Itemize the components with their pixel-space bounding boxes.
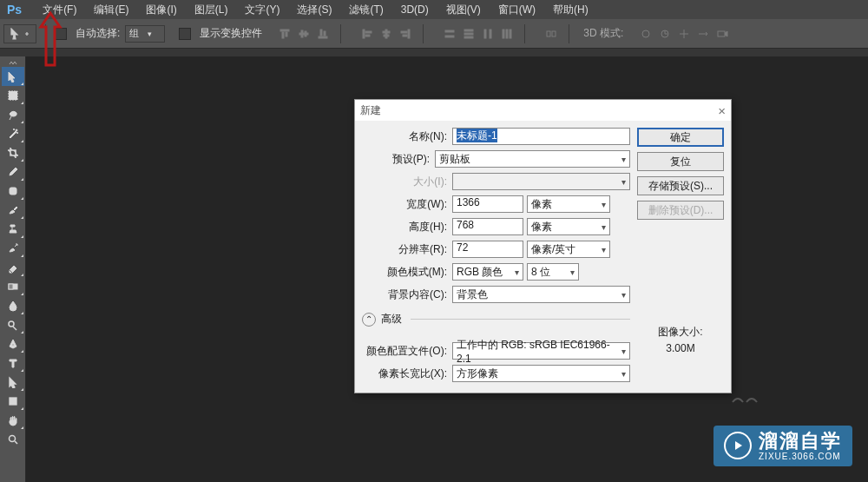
gradient-tool[interactable] <box>2 277 24 296</box>
auto-align-icon[interactable] <box>542 25 560 43</box>
menu-window[interactable]: 窗口(W) <box>490 3 544 17</box>
3d-roll-icon[interactable] <box>656 25 674 43</box>
healing-brush-tool[interactable] <box>2 182 24 201</box>
blur-tool[interactable] <box>2 296 24 315</box>
svg-point-30 <box>642 30 649 37</box>
new-document-dialog: 新建 × 名称(N): 未标题-1 预设(P): 剪贴板▾ 大小(I): ▾ 宽… <box>354 99 732 393</box>
divider <box>340 24 341 43</box>
dist2-icon[interactable] <box>460 25 477 43</box>
width-input[interactable]: 1366 <box>452 195 523 213</box>
cancel-button[interactable]: 复位 <box>637 152 724 171</box>
cmode-dropdown[interactable]: RGB 颜色▾ <box>452 263 523 281</box>
show-transform-checkbox[interactable] <box>179 28 191 40</box>
save-preset-button[interactable]: 存储预设(S)... <box>637 176 724 195</box>
menu-view[interactable]: 视图(V) <box>437 3 490 17</box>
align-right-icon[interactable] <box>397 25 414 43</box>
ok-button[interactable]: 确定 <box>637 128 724 147</box>
hand-tool[interactable] <box>2 411 24 430</box>
align-vcenter-icon[interactable] <box>295 25 312 43</box>
svg-rect-7 <box>320 30 322 36</box>
pen-tool[interactable] <box>2 334 24 353</box>
current-tool-preset[interactable] <box>3 24 36 43</box>
svg-rect-1 <box>282 32 284 38</box>
dist1-icon[interactable] <box>441 25 458 43</box>
marquee-tool[interactable] <box>2 86 24 105</box>
path-selection-tool[interactable] <box>2 373 24 392</box>
arrange-icon <box>542 25 560 43</box>
svg-rect-33 <box>9 91 17 100</box>
svg-rect-25 <box>503 30 504 38</box>
svg-point-41 <box>12 344 14 346</box>
watermark-main: 溜溜自学 <box>759 431 842 452</box>
height-input[interactable]: 768 <box>452 218 523 235</box>
image-size-value: 3.00M <box>637 340 724 357</box>
history-brush-tool[interactable] <box>2 239 24 258</box>
svg-point-35 <box>13 129 14 129</box>
annotation-arrow <box>37 11 63 72</box>
res-unit-dropdown[interactable]: 像素/英寸▾ <box>527 241 610 258</box>
menu-3d[interactable]: 3D(D) <box>392 3 437 16</box>
3d-pan-icon[interactable] <box>675 25 693 43</box>
magic-wand-tool[interactable] <box>2 124 24 143</box>
zoom-tool[interactable] <box>2 430 24 449</box>
width-unit-dropdown[interactable]: 像素▾ <box>527 195 610 213</box>
3d-orbit-icon[interactable] <box>637 25 654 43</box>
bg-dropdown[interactable]: 背景色▾ <box>452 286 630 303</box>
dialog-titlebar[interactable]: 新建 × <box>355 100 731 121</box>
toolbox <box>0 56 26 482</box>
dist3-icon[interactable] <box>479 25 496 43</box>
svg-rect-15 <box>408 30 410 38</box>
svg-rect-18 <box>445 30 454 32</box>
app-logo: Ps <box>7 3 22 17</box>
eyedropper-tool[interactable] <box>2 162 24 182</box>
menu-filter[interactable]: 滤镜(T) <box>340 3 391 17</box>
svg-rect-29 <box>552 31 556 36</box>
divider <box>411 319 630 320</box>
type-tool[interactable] <box>2 353 24 373</box>
options-bar: 自动选择: 组▾ 显示变换控件 3D 模式: <box>0 19 868 49</box>
align-hcenter-icon[interactable] <box>378 25 395 43</box>
advanced-toggle[interactable]: ⌃ <box>362 313 376 327</box>
svg-rect-16 <box>401 31 407 33</box>
3d-slide-icon[interactable] <box>694 25 712 43</box>
cmode-depth-dropdown[interactable]: 8 位▾ <box>527 263 579 281</box>
menu-select[interactable]: 选择(S) <box>288 3 340 17</box>
align-top-icon[interactable] <box>276 25 293 43</box>
crop-tool[interactable] <box>2 143 24 162</box>
menu-edit[interactable]: 编辑(E) <box>85 3 137 17</box>
svg-rect-32 <box>718 31 725 36</box>
name-label: 名称(N): <box>362 129 449 144</box>
3d-zoom-icon[interactable] <box>713 25 731 43</box>
dist4-icon[interactable] <box>498 25 516 43</box>
toolbox-expand[interactable] <box>2 58 24 67</box>
menu-type[interactable]: 文字(Y) <box>236 3 288 17</box>
menu-bar: Ps 文件(F) 编辑(E) 图像(I) 图层(L) 文字(Y) 选择(S) 滤… <box>0 0 868 19</box>
res-input[interactable]: 72 <box>452 241 523 258</box>
svg-rect-20 <box>464 30 473 31</box>
preset-dropdown[interactable]: 剪贴板▾ <box>435 150 630 168</box>
lasso-tool[interactable] <box>2 105 24 124</box>
dodge-tool[interactable] <box>2 315 24 334</box>
cmode-label: 颜色模式(M): <box>362 265 449 280</box>
brush-tool[interactable] <box>2 201 24 220</box>
shape-tool[interactable] <box>2 392 24 411</box>
align-left-icon[interactable] <box>358 25 376 43</box>
profile-dropdown[interactable]: 工作中的 RGB: sRGB IEC61966-2.1▾ <box>452 342 630 360</box>
svg-rect-42 <box>10 398 16 405</box>
image-size-info: 图像大小: 3.00M <box>637 324 724 357</box>
watermark: 溜溜自学 ZIXUE.3066.COM <box>713 426 852 466</box>
clone-stamp-tool[interactable] <box>2 220 24 239</box>
name-input[interactable]: 未标题-1 <box>452 128 630 145</box>
auto-select-dropdown[interactable]: 组▾ <box>125 25 165 43</box>
close-icon[interactable]: × <box>718 103 726 118</box>
menu-layer[interactable]: 图层(L) <box>186 3 237 17</box>
align-bottom-icon[interactable] <box>314 25 332 43</box>
menu-image[interactable]: 图像(I) <box>137 3 185 17</box>
pixel-ratio-dropdown[interactable]: 方形像素▾ <box>452 365 630 382</box>
move-tool[interactable] <box>2 67 24 86</box>
svg-rect-4 <box>301 30 303 37</box>
height-unit-dropdown[interactable]: 像素▾ <box>527 218 610 235</box>
menu-help[interactable]: 帮助(H) <box>544 3 597 17</box>
eraser-tool[interactable] <box>2 258 24 277</box>
align-h-icons <box>358 25 414 43</box>
